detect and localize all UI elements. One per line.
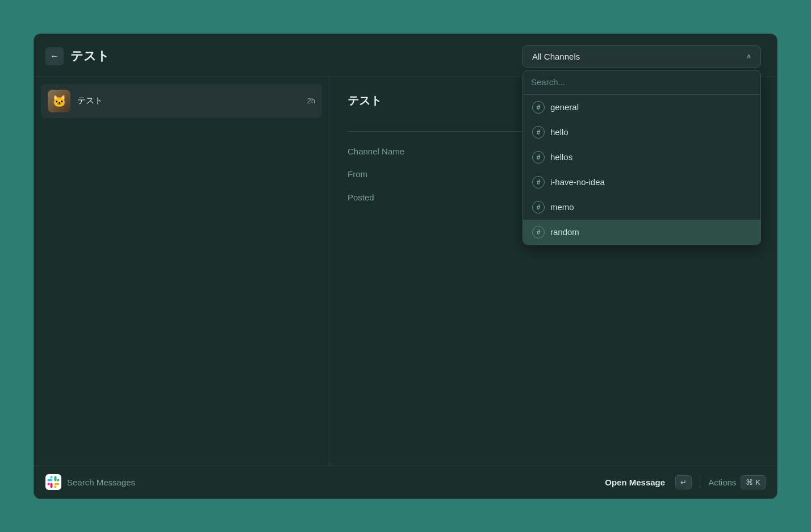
hash-icon: #	[532, 226, 545, 238]
message-item-content: テスト	[77, 95, 300, 106]
dropdown-item-i-have-no-idea[interactable]: # i-have-no-idea	[523, 170, 760, 195]
dropdown-item-memo[interactable]: # memo	[523, 195, 760, 220]
slack-logo-icon	[45, 474, 61, 490]
k-key: K	[755, 478, 760, 487]
hash-icon: #	[532, 176, 545, 188]
cmd-symbol: ⌘	[746, 478, 753, 487]
dropdown-item-label: general	[550, 102, 579, 112]
dropdown-item-random[interactable]: # random	[523, 220, 760, 245]
channel-name-label: Channel Name	[348, 146, 404, 156]
dropdown-item-label: hellos	[550, 152, 572, 162]
open-message-button[interactable]: Open Message	[599, 474, 671, 491]
from-label: From	[348, 169, 367, 179]
back-button[interactable]: ←	[45, 47, 64, 65]
dropdown-item-hello[interactable]: # hello	[523, 120, 760, 145]
message-list: 🐱 テスト 2h	[34, 77, 329, 466]
channel-dropdown-button[interactable]: All Channels ∧	[522, 45, 761, 68]
dropdown-item-label: memo	[550, 202, 574, 212]
page-title: テスト	[70, 48, 110, 65]
avatar-image: 🐱	[48, 90, 70, 112]
dropdown-search-input[interactable]	[531, 77, 753, 87]
dropdown-selected-label: All Channels	[532, 52, 580, 61]
dropdown-item-label: hello	[550, 127, 568, 137]
header: ← テスト All Channels ∧ # general # hello #…	[34, 34, 777, 77]
dropdown-item-general[interactable]: # general	[523, 95, 760, 120]
dropdown-item-hellos[interactable]: # hellos	[523, 145, 760, 170]
chevron-up-icon: ∧	[746, 52, 751, 60]
hash-icon: #	[532, 101, 545, 114]
svg-rect-0	[45, 474, 61, 490]
avatar: 🐱	[48, 90, 70, 112]
message-item-name: テスト	[77, 95, 103, 105]
dropdown-item-label: random	[550, 227, 579, 237]
footer-divider	[700, 476, 700, 488]
dropdown-item-label: i-have-no-idea	[550, 177, 605, 187]
search-messages-label: Search Messages	[67, 477, 135, 487]
channel-dropdown[interactable]: All Channels ∧ # general # hello # hello…	[522, 45, 761, 68]
actions-label: Actions	[708, 477, 736, 487]
message-item-time: 2h	[307, 97, 315, 105]
main-window: ← テスト All Channels ∧ # general # hello #…	[34, 33, 777, 499]
dropdown-menu: # general # hello # hellos # i-have-no-i…	[522, 70, 761, 245]
hash-icon: #	[532, 201, 545, 213]
hash-icon: #	[532, 126, 545, 139]
footer: Search Messages Open Message ↵ Actions ⌘…	[34, 466, 777, 499]
dropdown-search-container	[523, 70, 760, 95]
cmd-key-badge: ⌘ K	[741, 475, 766, 489]
header-left: ← テスト	[45, 47, 110, 65]
footer-left: Search Messages	[45, 474, 135, 490]
hash-icon: #	[532, 151, 545, 164]
footer-right: Open Message ↵ Actions ⌘ K	[599, 474, 766, 491]
enter-key-badge: ↵	[675, 475, 692, 489]
posted-label: Posted	[348, 192, 374, 202]
message-item-msg1[interactable]: 🐱 テスト 2h	[41, 84, 322, 118]
